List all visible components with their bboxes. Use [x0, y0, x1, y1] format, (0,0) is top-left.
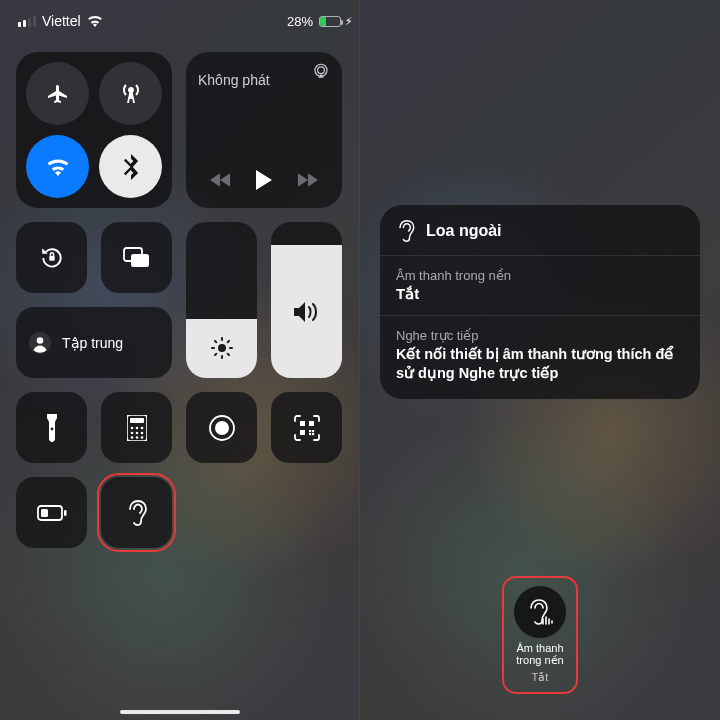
play-icon[interactable] [255, 170, 273, 190]
right-screenshot: Loa ngoài Âm thanh trong nền Tắt Nghe tr… [360, 0, 720, 720]
background-sounds-row[interactable]: Âm thanh trong nền Tắt [396, 268, 684, 303]
status-bar: Viettel 28% ⚡︎ [0, 0, 359, 42]
home-indicator[interactable] [120, 710, 240, 714]
rotation-lock-button[interactable] [16, 222, 87, 293]
wifi-toggle[interactable] [26, 135, 89, 198]
bluetooth-toggle[interactable] [99, 135, 162, 198]
svg-rect-25 [309, 430, 311, 432]
svg-point-11 [130, 426, 133, 429]
screen-mirroring-button[interactable] [101, 222, 172, 293]
svg-rect-31 [64, 510, 67, 516]
svg-rect-23 [309, 421, 314, 426]
bluetooth-icon [121, 154, 141, 180]
svg-point-21 [215, 421, 229, 435]
control-center: Không phát Tập trung [0, 42, 359, 548]
svg-rect-4 [131, 254, 149, 267]
live-listen-message: Kết nối thiết bị âm thanh tương thích để… [396, 345, 684, 383]
airplay-icon[interactable] [312, 62, 330, 80]
svg-point-16 [140, 431, 143, 434]
volume-slider[interactable] [271, 222, 342, 378]
screen-mirroring-icon [123, 247, 151, 269]
brightness-icon [210, 336, 234, 360]
svg-rect-22 [300, 421, 305, 426]
brightness-slider[interactable] [186, 222, 257, 378]
svg-rect-26 [312, 433, 314, 435]
svg-point-7 [218, 344, 226, 352]
airplane-icon [46, 82, 70, 106]
signal-bars-icon [18, 16, 36, 27]
svg-rect-10 [130, 418, 144, 423]
svg-rect-27 [309, 433, 311, 435]
wifi-icon [46, 158, 70, 176]
svg-rect-30 [41, 509, 48, 517]
svg-point-19 [140, 436, 143, 439]
svg-point-8 [50, 427, 53, 430]
wifi-status-icon [87, 15, 103, 27]
record-icon [208, 414, 236, 442]
rotation-lock-icon [39, 245, 65, 271]
flashlight-button[interactable] [16, 392, 87, 463]
next-track-icon[interactable] [298, 173, 318, 187]
cellular-data-toggle[interactable] [99, 62, 162, 125]
now-playing-label: Không phát [198, 72, 330, 88]
battery-low-icon [37, 505, 67, 521]
low-power-button[interactable] [16, 477, 87, 548]
bg-sounds-value: Tắt [396, 285, 684, 303]
prev-track-icon[interactable] [210, 173, 230, 187]
flashlight-icon [45, 414, 59, 442]
ear-icon [126, 499, 148, 527]
svg-point-1 [318, 67, 325, 74]
background-sounds-button[interactable]: Âm thanh trong nền Tắt [506, 580, 574, 690]
bg-button-label-2: trong nền [516, 654, 563, 666]
qr-scanner-button[interactable] [271, 392, 342, 463]
screen-record-button[interactable] [186, 392, 257, 463]
focus-button[interactable]: Tập trung [16, 307, 172, 378]
hearing-button[interactable] [101, 477, 172, 548]
volume-icon [294, 301, 320, 323]
connectivity-slab[interactable] [16, 52, 172, 208]
live-listen-row: Nghe trực tiếp Kết nối thiết bị âm thanh… [396, 328, 684, 383]
ear-waves-icon [527, 598, 553, 626]
svg-point-6 [37, 337, 44, 344]
svg-rect-24 [300, 430, 305, 435]
battery-pct: 28% [287, 14, 313, 29]
antenna-icon [119, 82, 143, 106]
svg-point-14 [130, 431, 133, 434]
svg-point-18 [135, 436, 138, 439]
left-screenshot: Viettel 28% ⚡︎ [0, 0, 360, 720]
svg-rect-28 [312, 430, 314, 432]
bg-button-state: Tắt [532, 671, 549, 684]
bg-button-label-1: Âm thanh [516, 642, 563, 654]
svg-rect-2 [49, 255, 54, 260]
svg-point-12 [135, 426, 138, 429]
svg-point-15 [135, 431, 138, 434]
focus-label: Tập trung [62, 335, 123, 351]
svg-point-17 [130, 436, 133, 439]
calculator-button[interactable] [101, 392, 172, 463]
airplane-mode-toggle[interactable] [26, 62, 89, 125]
hearing-panel-header: Loa ngoài [426, 222, 502, 240]
media-slab[interactable]: Không phát [186, 52, 342, 208]
svg-point-13 [140, 426, 143, 429]
bg-sounds-label: Âm thanh trong nền [396, 268, 684, 283]
live-listen-label: Nghe trực tiếp [396, 328, 684, 343]
battery-icon [319, 16, 341, 27]
hearing-panel[interactable]: Loa ngoài Âm thanh trong nền Tắt Nghe tr… [380, 205, 700, 399]
focus-person-icon [28, 331, 52, 355]
ear-icon [396, 219, 416, 243]
carrier-label: Viettel [42, 13, 81, 29]
calculator-icon [127, 415, 147, 441]
qr-icon [294, 415, 320, 441]
charging-icon: ⚡︎ [345, 15, 353, 28]
